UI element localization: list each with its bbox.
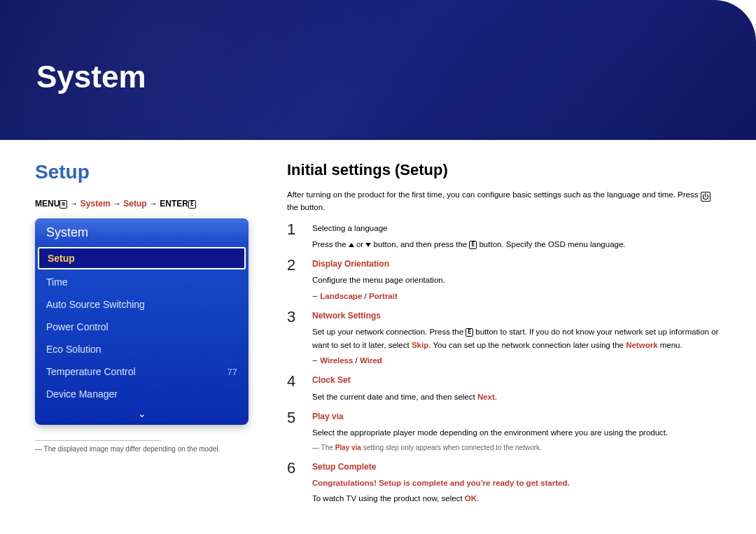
chapter-banner: System bbox=[0, 0, 756, 140]
step-2: 2 Display Orientation Configure the menu… bbox=[287, 258, 721, 305]
step-number: 4 bbox=[287, 374, 300, 389]
step-sub: Landscape / Portrait bbox=[312, 290, 721, 302]
right-column: Initial settings (Setup) After turning o… bbox=[273, 161, 721, 512]
step-number: 2 bbox=[287, 258, 300, 273]
breadcrumb-system: System bbox=[80, 199, 111, 209]
step-number: 1 bbox=[287, 222, 300, 237]
step-3: 3 Network Settings Set up your network c… bbox=[287, 309, 721, 370]
step-text: Set the current date and time, and then … bbox=[312, 391, 721, 403]
left-column: Setup MENUm → System → Setup → ENTERE Sy… bbox=[35, 161, 273, 512]
osd-item-label: Power Control bbox=[46, 321, 108, 332]
step-note: The Play via setting step only appears w… bbox=[312, 442, 721, 454]
step-number: 3 bbox=[287, 309, 300, 325]
step-congrats: Congratulations! Setup is complete and y… bbox=[312, 477, 721, 489]
osd-item-value: 77 bbox=[227, 367, 237, 377]
osd-item-label: Auto Source Switching bbox=[46, 299, 145, 310]
model-footnote: The displayed image may differ depending… bbox=[35, 445, 252, 453]
step-text: Configure the menu page orientation. bbox=[312, 274, 721, 286]
step-text: Set up your network connection. Press th… bbox=[312, 325, 721, 351]
step-5: 5 Play via Select the appropriate player… bbox=[287, 410, 721, 456]
breadcrumb: MENUm → System → Setup → ENTERE bbox=[35, 199, 252, 209]
osd-item[interactable]: Time bbox=[35, 271, 248, 293]
divider bbox=[35, 440, 161, 441]
osd-item[interactable]: Power Control bbox=[35, 316, 248, 338]
power-icon: ⏻ bbox=[701, 192, 710, 202]
step-4: 4 Clock Set Set the current date and tim… bbox=[287, 374, 721, 406]
enter-icon: E bbox=[465, 328, 473, 337]
step-heading: Display Orientation bbox=[312, 258, 721, 271]
osd-item-label: Temperature Control bbox=[46, 366, 136, 377]
step-heading: Setup Complete bbox=[312, 461, 721, 474]
step-text: Select the appropriate player mode depen… bbox=[312, 426, 721, 439]
up-triangle-icon bbox=[349, 243, 354, 247]
enter-icon: E bbox=[188, 200, 196, 209]
page-content: Setup MENUm → System → Setup → ENTERE Sy… bbox=[0, 140, 756, 512]
osd-items: SetupTimeAuto Source SwitchingPower Cont… bbox=[35, 247, 248, 405]
enter-icon: E bbox=[469, 241, 477, 249]
step-body: Play via Select the appropriate player m… bbox=[312, 410, 721, 456]
step-1: 1 Selecting a language Press the or butt… bbox=[287, 222, 721, 253]
section-title: Setup bbox=[35, 161, 252, 183]
step-text: To watch TV using the product now, selec… bbox=[312, 492, 721, 505]
breadcrumb-menu: MENU bbox=[35, 199, 59, 209]
step-body: Setup Complete Congratulations! Setup is… bbox=[312, 461, 721, 508]
step-list: 1 Selecting a language Press the or butt… bbox=[287, 222, 721, 507]
osd-menu: System SetupTimeAuto Source SwitchingPow… bbox=[35, 218, 248, 425]
step-body: Network Settings Set up your network con… bbox=[312, 309, 721, 370]
chevron-down-icon: ⌄ bbox=[138, 408, 146, 419]
step-body: Selecting a language Press the or button… bbox=[312, 222, 721, 253]
step-body: Clock Set Set the current date and time,… bbox=[312, 374, 721, 406]
chapter-title: System bbox=[36, 59, 146, 94]
right-intro: After turning on the product for the fir… bbox=[287, 189, 721, 213]
step-heading: Network Settings bbox=[312, 309, 721, 323]
osd-item[interactable]: Setup bbox=[38, 247, 246, 269]
menu-icon: m bbox=[59, 200, 67, 209]
breadcrumb-enter: ENTER bbox=[160, 199, 188, 209]
step-number: 6 bbox=[287, 461, 300, 476]
step-body: Display Orientation Configure the menu p… bbox=[312, 258, 721, 305]
osd-item-label: Time bbox=[46, 276, 68, 288]
osd-item[interactable]: Auto Source Switching bbox=[35, 293, 248, 316]
step-heading: Clock Set bbox=[312, 374, 721, 387]
step-6: 6 Setup Complete Congratulations! Setup … bbox=[287, 461, 721, 508]
step-plain-heading: Selecting a language bbox=[312, 222, 721, 234]
breadcrumb-arrow: → bbox=[70, 199, 80, 209]
right-title: Initial settings (Setup) bbox=[287, 161, 721, 179]
osd-header: System bbox=[35, 218, 248, 246]
osd-item-label: Eco Solution bbox=[46, 344, 102, 355]
osd-item-label: Setup bbox=[48, 253, 75, 264]
step-number: 5 bbox=[287, 410, 300, 426]
osd-item[interactable]: Device Manager bbox=[35, 383, 248, 405]
step-text: Press the or button, and then press the … bbox=[312, 238, 721, 251]
breadcrumb-setup: Setup bbox=[123, 199, 146, 209]
step-heading: Play via bbox=[312, 410, 721, 423]
breadcrumb-arrow: → bbox=[149, 199, 160, 209]
osd-scroll-down[interactable]: ⌄ bbox=[35, 405, 248, 425]
step-sub: Wireless / Wired bbox=[312, 354, 721, 367]
osd-item-label: Device Manager bbox=[46, 388, 118, 400]
breadcrumb-arrow: → bbox=[113, 199, 123, 209]
osd-item[interactable]: Eco Solution bbox=[35, 338, 248, 360]
osd-item[interactable]: Temperature Control77 bbox=[35, 360, 248, 383]
